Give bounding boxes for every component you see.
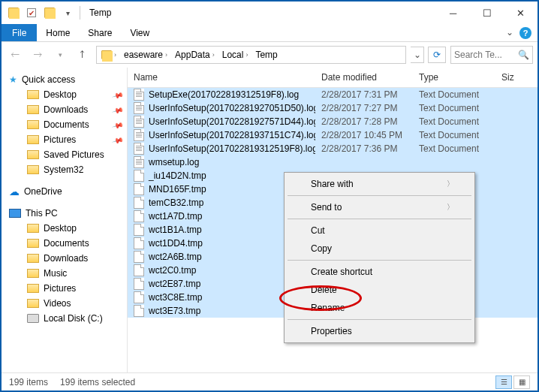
sidebar-item[interactable]: Videos bbox=[2, 296, 127, 311]
file-date: 2/28/2017 7:28 PM bbox=[315, 116, 413, 127]
chevron-right-icon[interactable]: › bbox=[212, 51, 215, 59]
sidebar-item[interactable]: Downloads📌 bbox=[2, 102, 127, 117]
window-title: Temp bbox=[89, 8, 111, 18]
file-row[interactable]: UserInfoSetup(20170228192705​1D50).log 2… bbox=[128, 101, 537, 115]
breadcrumb-seg[interactable]: Temp bbox=[255, 50, 277, 60]
file-icon bbox=[134, 224, 144, 236]
minimize-button[interactable]: ─ bbox=[436, 2, 470, 23]
file-icon bbox=[134, 89, 144, 101]
chevron-right-icon[interactable]: › bbox=[165, 51, 167, 59]
pin-icon: 📌 bbox=[112, 104, 124, 116]
ctx-create-shortcut[interactable]: Create shortcut bbox=[287, 263, 472, 281]
titlebar: ✔ ▾ Temp ─ ☐ ✕ bbox=[2, 2, 537, 24]
close-button[interactable]: ✕ bbox=[504, 2, 537, 23]
ctx-send-to[interactable]: Send to〉 bbox=[287, 198, 472, 216]
sidebar-this-pc[interactable]: This PC bbox=[2, 206, 127, 221]
file-row[interactable]: UserInfoSetup(20170228192757​1D44).log 2… bbox=[128, 115, 537, 128]
sidebar-item[interactable]: Saved Pictures bbox=[2, 147, 127, 162]
file-icon bbox=[134, 116, 144, 128]
sidebar-item-label: Documents bbox=[44, 119, 89, 130]
sidebar-item[interactable]: Downloads bbox=[2, 251, 127, 266]
cloud-icon: ☁ bbox=[9, 185, 20, 198]
view-details-button[interactable]: ☰ bbox=[495, 375, 512, 389]
folder-icon bbox=[27, 135, 39, 144]
file-type: Text Document bbox=[413, 116, 495, 127]
folder-icon bbox=[27, 150, 39, 159]
help-icon[interactable]: ? bbox=[519, 27, 531, 39]
sidebar-item[interactable]: Pictures📌 bbox=[2, 132, 127, 147]
tab-share[interactable]: Share bbox=[79, 24, 121, 41]
sidebar-item[interactable]: Desktop📌 bbox=[2, 87, 127, 102]
col-name[interactable]: Name bbox=[128, 71, 315, 84]
file-name: wct3C8E.tmp bbox=[149, 292, 202, 303]
folder-icon-2 bbox=[42, 5, 57, 20]
file-name: MND165F.tmp bbox=[149, 184, 206, 194]
file-row[interactable]: wmsetup.log bbox=[128, 155, 537, 169]
sidebar-quick-access[interactable]: ★Quick access bbox=[2, 72, 127, 87]
breadcrumb-seg[interactable]: Local bbox=[222, 50, 244, 60]
maximize-button[interactable]: ☐ bbox=[470, 2, 504, 23]
back-button[interactable]: 🡐 bbox=[6, 46, 24, 64]
folder-icon bbox=[27, 299, 39, 308]
sidebar-item-label: Documents bbox=[44, 238, 89, 249]
pin-icon: 📌 bbox=[112, 134, 124, 146]
search-input[interactable] bbox=[454, 50, 514, 60]
folder-icon bbox=[27, 284, 39, 293]
address-history-dropdown[interactable]: ⌄ bbox=[411, 47, 424, 63]
file-icon bbox=[134, 183, 144, 195]
file-icon bbox=[134, 264, 144, 276]
tab-view[interactable]: View bbox=[121, 24, 158, 41]
sidebar-item[interactable]: Documents bbox=[2, 236, 127, 251]
col-date[interactable]: Date modified bbox=[315, 71, 413, 84]
breadcrumb-seg[interactable]: AppData bbox=[175, 50, 210, 60]
search-box[interactable]: 🔍 bbox=[450, 46, 533, 64]
sidebar-onedrive[interactable]: ☁OneDrive bbox=[2, 183, 127, 200]
separator bbox=[288, 219, 471, 219]
ctx-copy[interactable]: Copy bbox=[287, 240, 472, 258]
ctx-properties[interactable]: Properties bbox=[287, 322, 472, 340]
refresh-button[interactable]: ⟳ bbox=[428, 47, 446, 63]
sidebar-item[interactable]: Desktop bbox=[2, 221, 127, 236]
chevron-right-icon[interactable]: › bbox=[245, 51, 248, 59]
ctx-cut[interactable]: Cut bbox=[287, 222, 472, 240]
file-date: 2/28/2017 7:27 PM bbox=[315, 103, 413, 113]
search-icon[interactable]: 🔍 bbox=[518, 50, 529, 60]
sidebar-item[interactable]: Music bbox=[2, 266, 127, 281]
file-icon bbox=[134, 305, 144, 317]
ctx-share-with[interactable]: Share with〉 bbox=[287, 175, 472, 193]
up-button[interactable]: 🡑 bbox=[74, 46, 92, 64]
file-row[interactable]: UserInfoSetup(20170228193125​19F8).log 2… bbox=[128, 142, 537, 155]
file-row[interactable]: SetupExe(201702281931251​9F8).log 2/28/2… bbox=[128, 88, 537, 101]
sidebar-item[interactable]: Pictures bbox=[2, 281, 127, 296]
sidebar-item[interactable]: Documents📌 bbox=[2, 117, 127, 132]
breadcrumb-seg[interactable]: easeware bbox=[124, 50, 163, 60]
folder-icon bbox=[6, 5, 21, 20]
recent-dropdown[interactable]: ▾ bbox=[51, 46, 69, 64]
address-bar[interactable]: › easeware› AppData› Local› Temp bbox=[96, 46, 406, 64]
sidebar-item[interactable]: Local Disk (C:) bbox=[2, 311, 127, 326]
folder-icon bbox=[27, 120, 39, 129]
chevron-right-icon[interactable]: › bbox=[114, 51, 116, 59]
sidebar-item-label: Pictures bbox=[44, 134, 76, 145]
view-icons-button[interactable]: ▦ bbox=[513, 375, 530, 389]
qa-save-icon[interactable]: ✔ bbox=[24, 5, 39, 20]
sidebar-item[interactable]: System32 bbox=[2, 162, 127, 177]
file-icon bbox=[134, 251, 144, 263]
status-item-count: 199 items bbox=[9, 377, 48, 387]
file-icon bbox=[134, 210, 144, 222]
tab-home[interactable]: Home bbox=[37, 24, 79, 41]
tab-file[interactable]: File bbox=[2, 24, 37, 41]
ctx-delete[interactable]: Delete bbox=[287, 281, 472, 299]
file-row[interactable]: UserInfoSetup(20170228193715​1C74).log 2… bbox=[128, 128, 537, 142]
file-icon bbox=[134, 170, 144, 182]
ribbon-expand-icon[interactable]: ⌄ bbox=[506, 27, 513, 38]
qa-dropdown-icon[interactable]: ▾ bbox=[60, 5, 75, 20]
ctx-rename[interactable]: Rename bbox=[287, 299, 472, 317]
drive-icon bbox=[27, 314, 39, 323]
sidebar-item-label: System32 bbox=[44, 164, 83, 175]
star-icon: ★ bbox=[9, 74, 17, 85]
col-type[interactable]: Type bbox=[413, 71, 495, 84]
folder-icon bbox=[27, 269, 39, 278]
col-size[interactable]: Siz bbox=[495, 71, 537, 84]
file-type: Text Document bbox=[413, 130, 495, 140]
